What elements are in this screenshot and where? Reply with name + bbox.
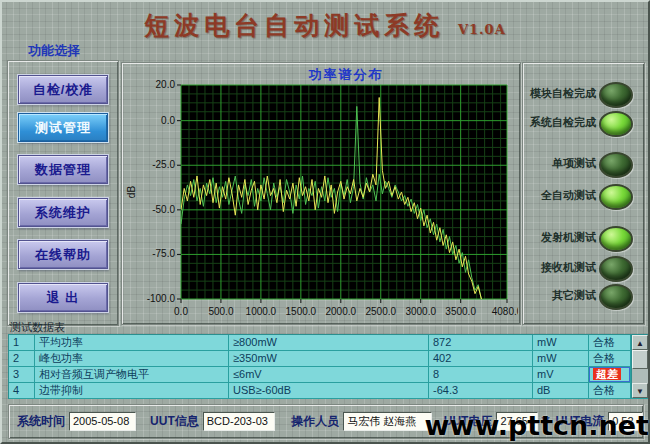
sidebar-button-data-management[interactable]: 数据管理 bbox=[18, 155, 108, 184]
indicator-module-self-check-done: 模块自检完成 bbox=[523, 82, 644, 106]
cell-value: 872 bbox=[429, 335, 533, 350]
svg-text:3000.0: 3000.0 bbox=[405, 306, 436, 317]
app-title-text: 短波电台自动测试系统 bbox=[144, 11, 444, 40]
operator-label: 操作人员 bbox=[291, 413, 339, 430]
cell-criterion: ≥800mW bbox=[229, 335, 429, 350]
indicator-label: 全自动测试 bbox=[541, 188, 596, 203]
cell-result: 超差 bbox=[589, 367, 631, 382]
watermark: www.pttcn.net bbox=[425, 410, 649, 441]
cell-unit: mV bbox=[533, 367, 589, 382]
function-button-panel: 自检/校准测试管理数据管理系统维护在线帮助退 出 bbox=[7, 60, 119, 326]
cell-value: 402 bbox=[429, 351, 533, 366]
indicator-other-test: 其它测试 bbox=[523, 284, 644, 308]
cell-name: 平均功率 bbox=[35, 335, 229, 350]
system-time-field[interactable]: 2005-05-08 bbox=[69, 412, 136, 431]
table-row[interactable]: 2峰包功率≥350mW402mW合格 bbox=[9, 351, 648, 367]
uut-info-label: UUT信息 bbox=[150, 413, 199, 430]
svg-text:-75.0: -75.0 bbox=[152, 248, 175, 259]
svg-text:1000.0: 1000.0 bbox=[246, 306, 277, 317]
scroll-thumb[interactable] bbox=[632, 350, 648, 369]
cell-criterion: USB≥-60dB bbox=[229, 383, 429, 398]
receiver-test-led-icon bbox=[599, 256, 633, 282]
module-self-check-done-led-icon bbox=[599, 82, 633, 108]
indicator-label: 发射机测试 bbox=[541, 230, 596, 245]
sidebar-button-self-check-calibrate[interactable]: 自检/校准 bbox=[18, 75, 108, 104]
indicator-single-item-test: 单项测试 bbox=[523, 152, 644, 176]
cell-criterion: ≤6mV bbox=[229, 367, 429, 382]
sidebar-button-online-help[interactable]: 在线帮助 bbox=[18, 240, 108, 269]
cell-result: 合格 bbox=[589, 383, 631, 398]
system-time-label: 系统时间 bbox=[17, 413, 65, 430]
operator-field[interactable]: 马宏伟 赵海燕 bbox=[343, 412, 432, 431]
single-item-test-led-icon bbox=[599, 152, 633, 178]
svg-text:3500.0: 3500.0 bbox=[445, 306, 476, 317]
transmitter-test-led-icon bbox=[599, 226, 633, 252]
other-test-led-icon bbox=[599, 284, 633, 310]
table-row[interactable]: 1平均功率≥800mW872mW合格 bbox=[9, 335, 648, 351]
cell-name: 峰包功率 bbox=[35, 351, 229, 366]
scroll-down-icon[interactable]: ▼ bbox=[632, 383, 648, 398]
svg-text:0.0: 0.0 bbox=[174, 306, 188, 317]
svg-text:0.0: 0.0 bbox=[161, 115, 175, 126]
table-row[interactable]: 4边带抑制USB≥-60dB-64.3dB合格 bbox=[9, 383, 648, 399]
cell-value: -64.3 bbox=[429, 383, 533, 398]
cell-unit: mW bbox=[533, 335, 589, 350]
svg-text:1500.0: 1500.0 bbox=[286, 306, 317, 317]
table-row[interactable]: 3相对音频互调产物电平≤6mV8mV超差 bbox=[9, 367, 648, 383]
function-select-label: 功能选择 bbox=[28, 42, 80, 60]
indicator-system-self-check-done: 系统自检完成 bbox=[523, 111, 644, 135]
cell-criterion: ≥350mW bbox=[229, 351, 429, 366]
svg-text:-25.0: -25.0 bbox=[152, 159, 175, 170]
power-spectrum-chart: 0.0500.01000.01500.02000.02500.03000.035… bbox=[122, 63, 518, 322]
cell-name: 边带抑制 bbox=[35, 383, 229, 398]
indicator-full-auto-test: 全自动测试 bbox=[523, 184, 644, 208]
sidebar-button-exit[interactable]: 退 出 bbox=[18, 283, 108, 312]
cell-no: 3 bbox=[9, 367, 35, 382]
system-self-check-done-led-icon bbox=[599, 111, 633, 137]
svg-text:2000.0: 2000.0 bbox=[326, 306, 357, 317]
cell-result: 合格 bbox=[589, 335, 631, 350]
scroll-up-icon[interactable]: ▲ bbox=[632, 335, 648, 350]
cell-unit: dB bbox=[533, 383, 589, 398]
cell-name: 相对音频互调产物电平 bbox=[35, 367, 229, 382]
indicator-label: 模块自检完成 bbox=[530, 86, 596, 101]
cell-value: 8 bbox=[429, 367, 533, 382]
svg-text:-100.0: -100.0 bbox=[147, 293, 176, 304]
svg-text:2500.0: 2500.0 bbox=[365, 306, 396, 317]
uut-info-field[interactable]: BCD-203-03 bbox=[203, 412, 275, 431]
cell-result: 合格 bbox=[589, 351, 631, 366]
power-spectrum-panel: 功率谱分布 0.0500.01000.01500.02000.02500.030… bbox=[121, 62, 521, 325]
indicator-panel: 模块自检完成系统自检完成单项测试全自动测试发射机测试接收机测试其它测试 bbox=[522, 62, 645, 325]
chart-title: 功率谱分布 bbox=[172, 66, 520, 84]
cell-no: 1 bbox=[9, 335, 35, 350]
svg-text:-50.0: -50.0 bbox=[152, 204, 175, 215]
svg-text:dB: dB bbox=[126, 186, 137, 199]
indicator-label: 系统自检完成 bbox=[530, 115, 596, 130]
full-auto-test-led-icon bbox=[599, 184, 633, 210]
fail-badge: 超差 bbox=[593, 368, 621, 380]
indicator-transmitter-test: 发射机测试 bbox=[523, 226, 644, 250]
sidebar-button-test-management[interactable]: 测试管理 bbox=[18, 113, 108, 142]
indicator-label: 接收机测试 bbox=[541, 260, 596, 275]
table-scrollbar[interactable]: ▲ ▼ bbox=[631, 335, 648, 398]
cell-no: 4 bbox=[9, 383, 35, 398]
cell-no: 2 bbox=[9, 351, 35, 366]
test-data-table: 1平均功率≥800mW872mW合格2峰包功率≥350mW402mW合格3相对音… bbox=[8, 334, 649, 399]
indicator-label: 其它测试 bbox=[552, 288, 596, 303]
svg-text:500.0: 500.0 bbox=[208, 306, 233, 317]
svg-text:4080.0: 4080.0 bbox=[492, 306, 518, 317]
indicator-label: 单项测试 bbox=[552, 156, 596, 171]
sidebar-button-system-maintenance[interactable]: 系统维护 bbox=[18, 198, 108, 227]
cell-unit: mW bbox=[533, 351, 589, 366]
indicator-receiver-test: 接收机测试 bbox=[523, 256, 644, 280]
app-version: V1.0A bbox=[458, 22, 506, 37]
table-caption: 测试数据表 bbox=[10, 320, 65, 335]
app-title: 短波电台自动测试系统 V1.0A bbox=[0, 9, 650, 42]
